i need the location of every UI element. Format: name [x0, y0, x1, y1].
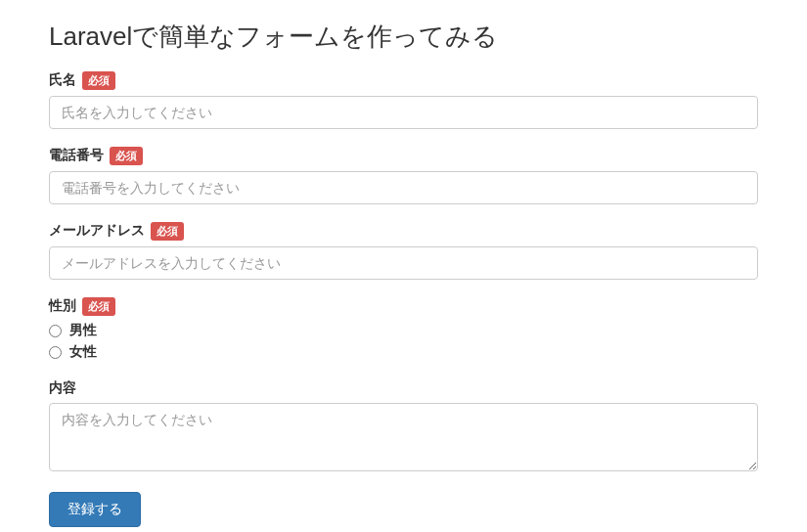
form-group-gender: 性別 必須 男性 女性: [49, 297, 758, 362]
gender-female-label[interactable]: 女性: [69, 344, 97, 360]
required-badge: 必須: [82, 297, 115, 316]
label-gender-text: 性別: [49, 297, 76, 313]
simple-form: 氏名 必須 電話番号 必須 メールアドレス 必須 性別 必須 男性: [49, 71, 758, 527]
label-content: 内容: [49, 379, 758, 397]
radio-item-male: 男性: [49, 322, 758, 339]
label-name-text: 氏名: [49, 71, 76, 87]
gender-female-radio[interactable]: [49, 346, 62, 359]
required-badge: 必須: [151, 222, 184, 241]
content-textarea[interactable]: [49, 403, 758, 471]
form-group-content: 内容: [49, 379, 758, 474]
submit-button[interactable]: 登録する: [49, 492, 141, 527]
email-input[interactable]: [49, 246, 758, 280]
label-email-text: メールアドレス: [49, 222, 145, 238]
label-gender: 性別 必須: [49, 297, 758, 316]
label-email: メールアドレス 必須: [49, 222, 758, 241]
required-badge: 必須: [110, 147, 143, 165]
phone-input[interactable]: [49, 171, 758, 204]
page-title: Laravelで簡単なフォームを作ってみる: [49, 20, 758, 54]
form-group-name: 氏名 必須: [49, 71, 758, 129]
gender-male-label[interactable]: 男性: [69, 322, 97, 337]
label-name: 氏名 必須: [49, 71, 758, 90]
required-badge: 必須: [82, 71, 115, 90]
form-group-phone: 電話番号 必須: [49, 147, 758, 204]
gender-male-radio[interactable]: [49, 325, 62, 337]
form-group-email: メールアドレス 必須: [49, 222, 758, 280]
label-phone: 電話番号 必須: [49, 147, 758, 165]
label-content-text: 内容: [49, 379, 76, 395]
radio-item-female: 女性: [49, 343, 758, 361]
gender-radio-group: 男性 女性: [49, 322, 758, 362]
name-input[interactable]: [49, 96, 758, 129]
label-phone-text: 電話番号: [49, 147, 104, 162]
